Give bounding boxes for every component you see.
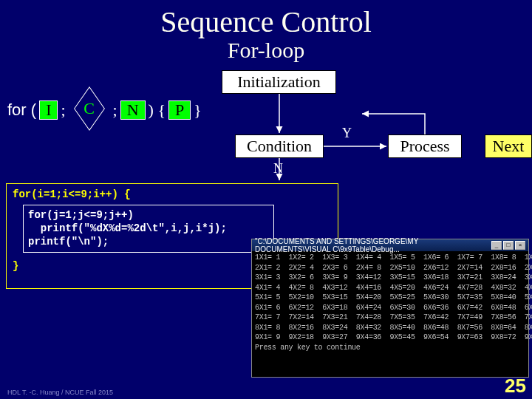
console-titlebar: "C:\DOCUMENTS AND SETTINGS\GEORGE\MY DOC… [252,239,528,251]
console-output: 1X1= 1 1X2= 2 1X3= 3 1X4= 4 1X5= 5 1X6= … [252,251,528,354]
for-semi2: ; [113,100,117,120]
for-semi1: ; [61,100,65,120]
for-close-brace: } [194,100,202,120]
flow-box-condition: Condition [235,134,324,158]
flow-box-next: Next [485,134,532,158]
slide-subtitle: For-loop [0,38,532,63]
for-keyword: for ( [7,100,36,120]
code-outer-open: for(i=1;i<=9;i++) { [13,188,332,200]
for-init-box: I [39,100,58,120]
flow-label-yes: Y [342,126,352,141]
close-button[interactable]: × [515,241,525,250]
for-next-box: N [120,100,146,120]
console-window: "C:\DOCUMENTS AND SETTINGS\GEORGE\MY DOC… [251,239,529,378]
maximize-button[interactable]: □ [503,241,514,250]
minimize-button[interactable]: _ [491,241,502,250]
footer-text: HDL T. -C. Huang / NCUE Fall 2015 [7,389,113,396]
code-block-inner: for(j=1;j<=9;j++) printf("%dX%d=%2d\t",i… [23,205,274,253]
for-close-paren: ) { [149,100,166,120]
for-cond-diamond: C [70,100,109,120]
for-cond-label: C [70,100,109,117]
slide-title: Sequence Control [0,0,532,39]
flow-box-init: Initialization [222,70,336,94]
flow-label-no: N [273,161,283,177]
page-number: 25 [505,375,526,398]
console-window-buttons: _ □ × [491,241,525,250]
for-process-box: P [168,100,191,120]
flow-box-process: Process [388,134,462,158]
for-syntax-row: for ( I ; C ; N ) { P } [7,100,202,120]
console-title-text: "C:\DOCUMENTS AND SETTINGS\GEORGE\MY DOC… [255,237,491,253]
